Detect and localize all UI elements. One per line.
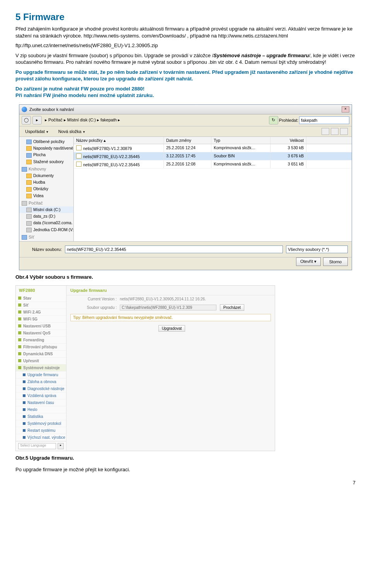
current-version-label: Current Version : — [70, 297, 120, 301]
sidebar-group-network[interactable]: Síť — [19, 233, 73, 240]
upgrade-button[interactable]: Upgradovat — [158, 325, 186, 332]
nav-back-button[interactable]: ◯ — [22, 116, 31, 124]
nav-wifi24[interactable]: WiFi 2.4G — [16, 309, 66, 316]
file-row[interactable]: netis(WF2780)-V1.2.30879 25.2.2016 12:24… — [74, 144, 352, 152]
help-icon[interactable] — [340, 128, 348, 135]
file-row[interactable]: netis(WF2780_EU)-V2.2.35445 25.2.2016 12… — [74, 160, 352, 169]
nav-usb[interactable]: Nastavení USB — [16, 323, 66, 330]
sidebar-item-cdrom[interactable]: Jednotka CD-ROM (V:) — [19, 227, 73, 233]
current-version-value: netis(WF2880_EU)-V1.2.30905,2014.11.12 1… — [120, 297, 271, 301]
figure-caption-5: Obr.5 Upgrade firmwaru. — [15, 455, 356, 461]
filename-label: Název souboru: — [23, 247, 62, 252]
language-select-row: Select Language ▸ — [16, 441, 66, 451]
close-icon[interactable]: × — [342, 106, 349, 112]
nav-stav[interactable]: Stav — [16, 295, 66, 302]
file-icon — [76, 153, 82, 159]
sort-indicator-icon: ▴ — [104, 138, 106, 143]
new-folder-button[interactable]: Nová složka — [56, 128, 89, 135]
sidebar-item-netdrive[interactable]: data (\\coma02.coma. — [19, 220, 73, 226]
nav-fwd-button[interactable]: ▸ — [32, 116, 42, 124]
subnav-password[interactable]: Heslo — [16, 406, 66, 413]
col-size[interactable]: Velikost — [271, 137, 306, 144]
heading-firmware: 5 Firmware — [15, 12, 356, 22]
sidebar-item-ddisk[interactable]: data_zs (D:) — [19, 213, 73, 220]
subnav-stats[interactable]: Statistika — [16, 413, 66, 420]
search-input[interactable] — [299, 116, 349, 124]
ftp-link-text: ftp://ftp.unet.cz/internet/netis/netis(W… — [15, 42, 356, 49]
file-icon — [76, 145, 82, 150]
zip-paragraph: V zip souboru je vlastní firmware (soubo… — [15, 52, 356, 66]
dialog-bottom-bar: Název souboru: — [19, 241, 352, 257]
ie-icon — [22, 107, 27, 112]
subnav-remote[interactable]: Vzdálená správa — [16, 392, 66, 399]
sidebar-group-libraries[interactable]: Knihovny — [19, 165, 73, 172]
sidebar-item-cdisk[interactable]: Místní disk (C:) — [19, 206, 73, 213]
organize-menu[interactable]: Uspořádat — [23, 128, 53, 135]
warning-warranty: Při nahrání FW jiného modelu není možné … — [15, 92, 356, 99]
file-open-dialog: Zvolte soubor k nahrání × ◯ ▸ ▸ Počítač … — [19, 104, 352, 270]
router-admin-ui: WF2880 Stav Síť WiFi 2.4G WiFi 5G Nastav… — [15, 285, 275, 451]
nav-wifi5[interactable]: WiFi 5G — [16, 316, 66, 323]
sidebar-group-computer[interactable]: Počítač — [19, 199, 73, 206]
file-list: Název položky ▴ Datum změny Typ Velikost… — [74, 137, 352, 241]
sidebar-item-downloads[interactable]: Stažené soubory — [19, 159, 73, 165]
subnav-backup[interactable]: Záloha a obnova — [16, 378, 66, 385]
view-icon[interactable] — [331, 128, 339, 135]
language-select[interactable]: Select Language — [18, 443, 56, 449]
file-row[interactable]: netis(WF2780_EU)-V2.2.35445 3.12.2015 17… — [74, 152, 352, 160]
page-number: 7 — [15, 480, 356, 486]
nav-forwarding[interactable]: Forwarding — [16, 337, 66, 344]
col-type[interactable]: Typ — [211, 137, 271, 144]
zip-text-italic: Systémové nástroje – upgrade firmwaru — [213, 53, 309, 58]
view-icon[interactable] — [322, 128, 329, 135]
file-list-header: Název položky ▴ Datum změny Typ Velikost — [74, 137, 352, 144]
subnav-upgrade[interactable]: Upgrade firmwaru — [16, 372, 66, 378]
subnav-defaults[interactable]: Výchozí nast. výrobce — [16, 434, 66, 441]
router-page-title: Upgrade firmwaru — [66, 286, 275, 295]
dialog-toolbar: Uspořádat Nová složka — [19, 126, 352, 137]
open-button[interactable]: Otevřít ▾ — [296, 257, 321, 266]
nav-sit[interactable]: Síť — [16, 302, 66, 309]
warning-factory-reset: Po upgrade firmwaru se může stát, že po … — [15, 69, 356, 82]
subnav-diag[interactable]: Diagnostické nástroje — [16, 385, 66, 392]
filename-input[interactable] — [65, 245, 283, 253]
subnav-time[interactable]: Nastavení času — [16, 399, 66, 406]
filetype-combo[interactable] — [286, 245, 348, 253]
places-sidebar: Oblíbené položky Naposledy navštívené...… — [19, 137, 74, 241]
nav-qos[interactable]: Nastavení QoS — [16, 330, 66, 337]
router-model: WF2880 — [16, 286, 66, 295]
subnav-restart[interactable]: Restart systému — [16, 427, 66, 434]
dialog-title: Zvolte soubor k nahrání — [29, 107, 74, 112]
col-name[interactable]: Název položky ▴ — [74, 137, 164, 144]
nav-advanced[interactable]: Upřesnit — [16, 358, 66, 365]
post-upgrade-text: Po upgrade firmware je možné přejít ke k… — [15, 466, 356, 473]
nav-filtering[interactable]: Filtrování přístupu — [16, 344, 66, 351]
sidebar-item-pictures[interactable]: Obrázky — [19, 186, 73, 192]
nav-systools[interactable]: Systémové nástroje — [16, 365, 66, 372]
language-go-button[interactable]: ▸ — [58, 443, 64, 449]
dialog-titlebar: Zvolte soubor k nahrání × — [19, 105, 352, 114]
cancel-button[interactable]: Storno — [323, 257, 348, 266]
tip-bar: Tipy: Během upgradování firmwaru nevypín… — [70, 314, 271, 321]
col-date[interactable]: Datum změny — [164, 137, 211, 144]
nav-ddns[interactable]: Dynamická DNS — [16, 351, 66, 358]
dialog-navbar: ◯ ▸ ▸ Počítač ▸ Místní disk (C:) ▸ fakep… — [19, 114, 352, 126]
warning-model: Do zařízení je nutné nahrát FW pouze pro… — [15, 85, 356, 92]
upgrade-file-input[interactable]: C:\fakepath\netis(WF2880_EU)-V1.2.309 — [120, 305, 216, 310]
file-icon — [76, 162, 82, 167]
intro-paragraph: Před zahájením konfigurace je vhodné pro… — [15, 26, 356, 39]
router-main: Upgrade firmwaru Current Version : netis… — [66, 286, 275, 451]
refresh-icon[interactable]: ↻ — [269, 116, 278, 124]
figure-caption-4: Obr.4 Výběr souboru s firmware. — [15, 274, 356, 280]
subnav-syslog[interactable]: Systémový protokol — [16, 420, 66, 427]
sidebar-item-documents[interactable]: Dokumenty — [19, 172, 73, 179]
sidebar-item-videos[interactable]: Videa — [19, 193, 73, 199]
sidebar-item-desktop[interactable]: Plocha — [19, 152, 73, 158]
browse-button[interactable]: Procházet — [220, 304, 244, 311]
zip-text-a: V zip souboru je vlastní firmware (soubo… — [15, 53, 213, 58]
sidebar-item-music[interactable]: Hudba — [19, 179, 73, 186]
sidebar-item-favorites[interactable]: Oblíbené položky — [19, 138, 73, 145]
upgrade-file-label: Soubor upgradu : — [70, 305, 120, 310]
sidebar-item-recent[interactable]: Naposledy navštívené... — [19, 145, 73, 152]
breadcrumb[interactable]: ▸ Počítač ▸ Místní disk (C:) ▸ fakepath … — [43, 118, 122, 123]
